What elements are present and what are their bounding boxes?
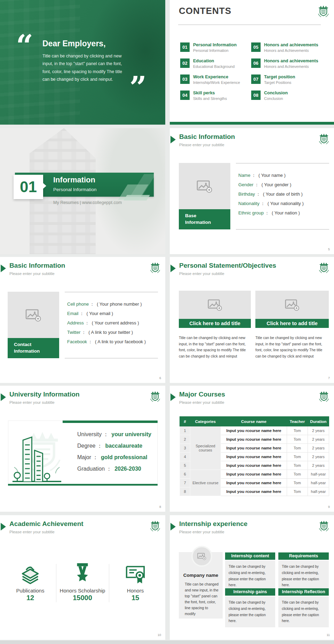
info-field: Twitter：( A link to your twitter ) xyxy=(67,329,146,339)
university-crest-icon xyxy=(150,262,160,274)
slide-title: Internship experience xyxy=(179,520,247,528)
page-number: 8 xyxy=(159,505,161,509)
page-number: 11 xyxy=(327,633,330,637)
contents-item-label: Conclusion xyxy=(264,91,288,95)
info-field: Gender：( Your gender ) xyxy=(238,182,304,191)
image-add-icon xyxy=(25,308,41,322)
block-header: Requirements xyxy=(278,552,329,560)
internship-block: Requirements Title can be changed by cli… xyxy=(278,552,329,591)
slide-title: Personal Statement/Objectives xyxy=(179,262,276,269)
cell-course: Input you rcourse name here xyxy=(221,479,287,487)
block-header: Internship Reflection xyxy=(278,588,329,596)
info-field: Facebook：( A link to your facebook ) xyxy=(67,339,146,348)
info-field: Name：( Your name ) xyxy=(238,172,304,182)
cell-course: Input you rcourse name here xyxy=(221,461,287,470)
slide-subtitle: Please enter your subtitle xyxy=(9,272,55,276)
cell-duration: half-year xyxy=(308,487,329,496)
cell-course: Input you rcourse name here xyxy=(221,453,287,461)
cell-teacher: Tom xyxy=(287,435,308,444)
col-header-course: Course name xyxy=(221,417,287,426)
contents-item: 08 Conclusion Conclusion xyxy=(251,91,327,107)
cell-num: 2 xyxy=(180,435,190,444)
cell-course: Input you rcourse name here xyxy=(221,435,287,444)
info-field: Birthday：( Your date of birth ) xyxy=(238,191,304,201)
contents-item: 06 Honors and achievements Honors and Ac… xyxy=(251,58,327,74)
achievement-value: 12 xyxy=(4,594,56,602)
contents-item-label: Work Experience xyxy=(193,74,240,79)
university-field: University：your university xyxy=(77,431,151,442)
slide-subtitle: Please enter your subtitle xyxy=(179,530,224,534)
achievement-item: Publications 12 xyxy=(4,563,56,602)
arrow-marker-icon xyxy=(170,523,176,531)
internship-block: Internship Reflection Title can be chang… xyxy=(278,588,329,627)
info-field: Cell phone：( Your phone number ) xyxy=(67,301,146,311)
info-card-label: Base Information xyxy=(179,209,230,229)
table-header-row: # Categories Course name Teacher Duratio… xyxy=(180,417,329,426)
contents-item-label: Education xyxy=(193,58,234,63)
statement-body: Title can be changed by clicking and new… xyxy=(179,335,251,360)
contents-item-sub: Target Positions xyxy=(264,80,295,85)
block-body: Title can be changed by clicking and re-… xyxy=(225,560,275,591)
slide-subtitle: Please enter your subtitle xyxy=(179,272,224,276)
col-header-duration: Duration xyxy=(308,417,329,426)
contents-item-sub: Internship/Work Experience xyxy=(193,80,240,85)
col-header-teacher: Teacher xyxy=(287,417,308,426)
achievement-value: 15000 xyxy=(56,594,109,602)
photo-placeholder xyxy=(179,163,230,209)
slide-title: Basic Information xyxy=(179,133,235,141)
image-add-icon xyxy=(197,552,206,560)
contents-item: 03 Work Experience Internship/Work Exper… xyxy=(180,74,251,91)
block-body: Title can be changed by clicking and re-… xyxy=(278,596,329,627)
divider xyxy=(178,24,321,25)
contents-item-sub: Personal Information xyxy=(193,48,237,53)
university-field: Major：gold professional xyxy=(77,454,151,465)
cell-num: 7 xyxy=(180,479,190,487)
contents-item-number: 01 xyxy=(180,42,190,52)
university-crest-icon xyxy=(319,391,329,402)
slide-academic-achievement: Academic Achievement Please enter your s… xyxy=(0,515,165,640)
table-row: 6 Elective course Input you rcourse name… xyxy=(180,470,329,479)
internship-block: Internship content Title can be changed … xyxy=(225,552,275,591)
divider xyxy=(236,163,329,164)
section-number: 01 xyxy=(14,175,43,199)
contents-item-number: 04 xyxy=(180,91,190,100)
cell-num: 3 xyxy=(180,444,190,453)
cell-duration: half-year xyxy=(308,479,329,487)
achievement-item: Honors 15 xyxy=(109,563,161,602)
contents-item-label: Target position xyxy=(264,74,295,79)
contents-item-sub: Honors and Achievements xyxy=(264,48,318,53)
university-crest-icon xyxy=(150,520,160,532)
info-fields: Cell phone：( Your phone number ) Email：(… xyxy=(67,301,146,348)
contents-item-number: 06 xyxy=(251,58,261,68)
contents-item: 04 Skill perks Skills and Strengths xyxy=(180,91,251,107)
contents-item-sub: Educational Background xyxy=(193,64,234,69)
cell-teacher: Tom xyxy=(287,487,308,496)
info-field: Nationality：( Your nationality ) xyxy=(238,201,304,210)
slide-contact-info: Basic Information Please enter your subt… xyxy=(0,257,165,383)
university-field: Graduation：2026-2030 xyxy=(77,465,151,477)
cell-duration: 2 years xyxy=(308,461,329,470)
close-quote-icon: ” xyxy=(129,72,146,102)
cell-teacher: Tom xyxy=(287,470,308,479)
cell-course: Input you rcourse name here xyxy=(221,426,287,435)
achievement-value: 15 xyxy=(109,594,161,602)
block-header: Internship gains xyxy=(225,588,275,596)
divider xyxy=(236,229,329,230)
cell-num: 4 xyxy=(180,453,190,461)
page-number: 5 xyxy=(328,248,330,251)
university-crest-icon xyxy=(319,133,329,145)
block-body: Title can be changed by clicking and re-… xyxy=(225,596,275,627)
slide-contents: CONTENTS 01 Personal Information Persona… xyxy=(170,0,334,125)
photo-placeholder xyxy=(8,292,59,338)
photo-placeholder xyxy=(179,291,251,319)
info-field: Email：( Your email ) xyxy=(67,311,146,320)
arrow-marker-icon xyxy=(170,393,176,401)
contents-item-number: 07 xyxy=(251,74,261,84)
info-card-label: Contact Information xyxy=(8,338,59,358)
achievement-label: Honors Scholarship xyxy=(56,588,109,594)
image-add-icon xyxy=(208,299,222,311)
contents-item-sub: Conclusion xyxy=(264,96,288,101)
slide-quote: “ Dear Employers, Title can be changed b… xyxy=(0,0,165,125)
contents-item-label: Honors and achievements xyxy=(264,42,318,47)
company-photo-placeholder xyxy=(191,546,212,567)
